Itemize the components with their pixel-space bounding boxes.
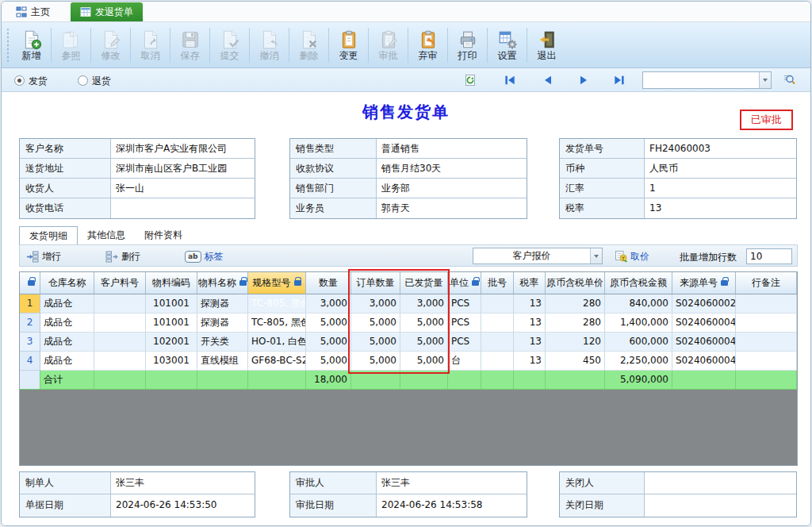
cell[interactable]: 成品仓 (40, 294, 94, 314)
cell[interactable]: S024060004 (672, 314, 736, 333)
field-consignee-phone[interactable] (111, 198, 255, 218)
next-record-icon[interactable] (576, 74, 591, 87)
delete-button[interactable]: 删除 (290, 25, 327, 66)
column-header[interactable]: 行备注 (736, 272, 797, 294)
cell[interactable]: 101001 (146, 294, 197, 314)
field-sales-type[interactable]: 普通销售 (377, 139, 527, 158)
column-header[interactable]: 原币含税单价 (546, 272, 605, 294)
cell[interactable]: 5,000 (351, 314, 400, 333)
cell[interactable]: 101001 (146, 314, 197, 333)
cell[interactable]: 成品仓 (40, 352, 94, 371)
column-header[interactable]: 订单数量 (351, 272, 400, 294)
cell[interactable]: 280 (546, 314, 605, 333)
cell[interactable]: 探测器 (197, 314, 248, 333)
cell[interactable]: PCS (448, 294, 481, 314)
radio-delivery[interactable] (14, 75, 25, 86)
cell[interactable] (736, 333, 797, 352)
cell[interactable]: 13 (514, 333, 546, 352)
cell[interactable]: 600,000 (605, 333, 672, 352)
tab-other-info[interactable]: 其他信息 (78, 226, 135, 244)
cell[interactable]: 成品仓 (40, 314, 94, 333)
cell[interactable] (736, 314, 797, 333)
field-currency[interactable]: 人民币 (645, 159, 796, 178)
field-approve-date[interactable]: 2024-06-26 14:53:58 (377, 494, 527, 517)
cell[interactable]: 5,000 (306, 333, 351, 352)
cell[interactable]: 5,000 (400, 352, 448, 371)
column-header[interactable]: 税率 (514, 272, 546, 294)
settings-button[interactable]: 设置 (488, 25, 526, 66)
add-row-button[interactable]: 增行 (26, 248, 61, 264)
column-header[interactable]: 数量 (306, 272, 351, 294)
field-doc-date[interactable]: 2024-06-26 14:53:50 (111, 494, 255, 517)
cell[interactable]: 840,000 (605, 294, 672, 314)
cell[interactable]: 成品仓 (40, 333, 94, 352)
row-number[interactable]: 1 (20, 294, 40, 314)
cell[interactable]: HO-01, 白色 (248, 333, 306, 352)
cell[interactable]: 5,000 (400, 333, 448, 352)
delete-row-button[interactable]: 删行 (105, 248, 140, 264)
cancel-button[interactable]: 取消 (132, 25, 169, 66)
tab-home[interactable]: 主页 (6, 2, 59, 21)
column-header[interactable]: 规格型号 (248, 272, 306, 294)
tag-button[interactable]: ab标签 (185, 248, 224, 264)
radio-return[interactable] (78, 75, 88, 86)
cell[interactable]: 5,000 (351, 333, 400, 352)
record-combo-dropdown[interactable] (759, 72, 771, 88)
cell[interactable] (94, 352, 146, 371)
cell[interactable]: 开关类 (197, 333, 248, 352)
field-close-date[interactable] (645, 494, 796, 517)
field-delivery-no[interactable]: FH24060003 (645, 139, 796, 158)
cell[interactable]: PCS (448, 333, 481, 352)
cell[interactable]: 探测器 (197, 294, 248, 314)
modify-button[interactable]: 修改 (92, 25, 129, 66)
toolbar-drag-handle[interactable] (6, 29, 10, 62)
first-record-icon[interactable] (503, 74, 517, 87)
tab-delivery-return[interactable]: 发退货单 (71, 2, 143, 21)
row-number[interactable]: 3 (20, 333, 40, 352)
row-number[interactable]: 2 (20, 314, 40, 333)
cell[interactable]: S024060004 (672, 352, 736, 371)
cell[interactable]: 280 (546, 294, 605, 314)
field-customer-name[interactable]: 深圳市客户A实业有限公司 (111, 139, 255, 158)
column-header[interactable]: 已发货量 (400, 272, 448, 294)
save-button[interactable]: 保存 (171, 25, 209, 66)
cell[interactable]: GF68-BC-S200 (248, 352, 306, 371)
row-number[interactable]: 4 (20, 352, 40, 371)
cell[interactable]: 1,400,000 (605, 314, 672, 333)
row-selector-header[interactable] (20, 272, 40, 294)
column-header[interactable]: 客户料号 (94, 272, 146, 294)
column-header[interactable]: 批号 (481, 272, 514, 294)
record-combo[interactable] (642, 71, 772, 89)
cell[interactable]: 120 (546, 333, 605, 352)
cell[interactable]: PCS (448, 314, 481, 333)
search-icon[interactable] (782, 73, 796, 86)
cell[interactable]: 13 (514, 352, 546, 371)
column-header[interactable]: 单位 (448, 272, 481, 294)
cell[interactable]: TC-805, 黑色 (248, 294, 306, 314)
cell[interactable]: S024060002 (672, 294, 736, 314)
cell[interactable] (736, 294, 797, 314)
cell[interactable] (481, 333, 514, 352)
revoke-button[interactable]: 撤消 (251, 25, 288, 66)
column-header[interactable]: 仓库名称 (40, 272, 94, 294)
cell[interactable]: 5,000 (351, 352, 400, 371)
price-source-combo[interactable]: 客户报价 (473, 248, 603, 264)
cell[interactable]: 102001 (146, 333, 197, 352)
cell[interactable] (94, 314, 146, 333)
field-exchange-rate[interactable]: 1 (645, 179, 796, 198)
column-header[interactable]: 来源单号 (672, 272, 736, 294)
cell[interactable] (94, 294, 146, 314)
new-button[interactable]: 新增 (13, 25, 50, 66)
previous-record-icon[interactable] (541, 74, 555, 87)
cell[interactable] (481, 352, 514, 371)
price-source-dropdown[interactable] (590, 248, 602, 264)
cell[interactable]: 13 (514, 294, 546, 314)
field-payment-terms[interactable]: 销售月结30天 (377, 159, 527, 178)
field-closer[interactable] (645, 472, 796, 494)
field-salesman[interactable]: 郭青天 (377, 198, 527, 218)
cell[interactable]: 3,000 (306, 294, 351, 314)
cell[interactable] (481, 314, 514, 333)
unapprove-button[interactable]: 弃审 (409, 25, 446, 66)
print-button[interactable]: 打印 (449, 25, 486, 66)
reference-button[interactable]: 参照 (52, 25, 90, 66)
